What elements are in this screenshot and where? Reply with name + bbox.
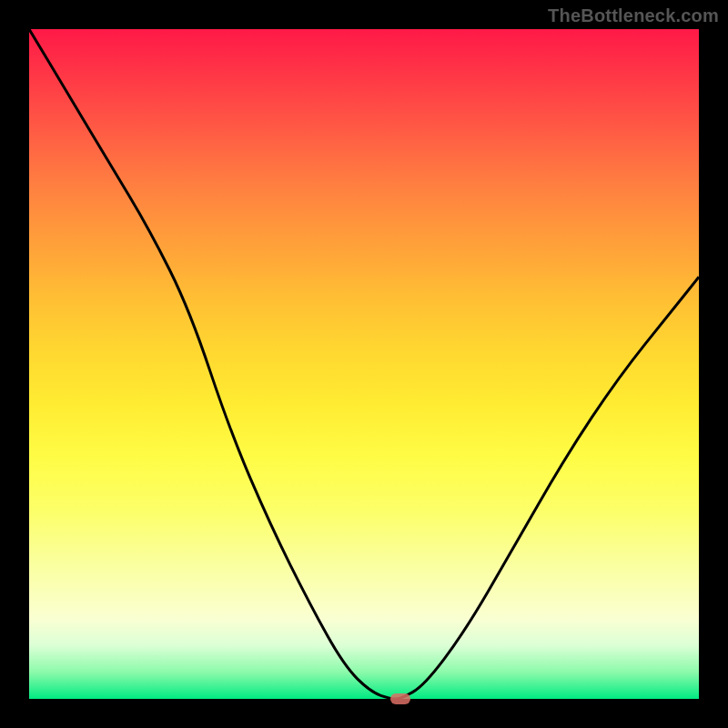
optimal-marker [390, 693, 410, 704]
bottleneck-curve [29, 29, 699, 699]
chart-plot-area [29, 29, 699, 699]
curve-path [29, 29, 699, 699]
watermark-text: TheBottleneck.com [548, 5, 719, 26]
chart-frame: TheBottleneck.com [0, 0, 728, 728]
